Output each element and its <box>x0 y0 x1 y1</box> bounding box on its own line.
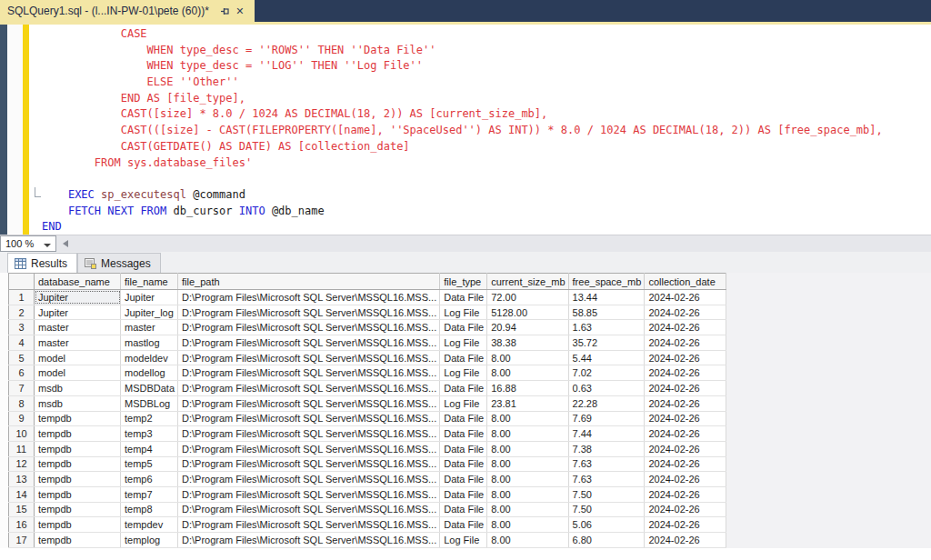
grid-cell[interactable]: modellog <box>121 365 178 381</box>
grid-cell[interactable]: D:\Program Files\Microsoft SQL Server\MS… <box>178 381 440 396</box>
grid-cell[interactable]: Data File <box>440 502 487 517</box>
grid-cell[interactable]: tempdev <box>121 517 178 533</box>
grid-cell[interactable]: 8.00 <box>487 472 568 487</box>
row-number-cell[interactable]: 16 <box>9 517 35 533</box>
grid-cell[interactable]: modeldev <box>121 350 178 365</box>
scroll-left-arrow-icon[interactable] <box>63 240 68 247</box>
row-number-cell[interactable]: 9 <box>9 411 35 426</box>
grid-cell[interactable]: tempdb <box>35 533 121 548</box>
grid-cell[interactable]: 7.02 <box>568 365 645 381</box>
grid-cell[interactable]: 2024-02-26 <box>645 305 726 320</box>
grid-cell[interactable]: 2024-02-26 <box>645 320 726 335</box>
grid-cell[interactable]: temp8 <box>121 502 178 517</box>
grid-cell[interactable]: D:\Program Files\Microsoft SQL Server\MS… <box>178 395 440 411</box>
grid-cell[interactable]: Log File <box>440 533 487 548</box>
grid-cell[interactable]: D:\Program Files\Microsoft SQL Server\MS… <box>178 517 440 533</box>
grid-cell[interactable]: 8.00 <box>487 517 568 533</box>
grid-cell[interactable]: 72.00 <box>487 290 568 305</box>
grid-cell[interactable]: D:\Program Files\Microsoft SQL Server\MS… <box>178 320 440 335</box>
grid-cell[interactable]: 8.00 <box>487 411 568 426</box>
grid-cell[interactable]: Log File <box>440 335 487 351</box>
grid-cell[interactable]: 5.44 <box>568 350 645 365</box>
grid-cell[interactable]: Data File <box>440 441 487 456</box>
grid-cell[interactable]: 8.00 <box>487 426 568 442</box>
grid-cell[interactable]: 2024-02-26 <box>645 486 726 502</box>
grid-cell[interactable]: tempdb <box>35 456 121 472</box>
grid-cell[interactable]: 5128.00 <box>487 305 568 320</box>
grid-cell[interactable]: Jupiter <box>35 305 121 320</box>
grid-cell[interactable]: tempdb <box>35 517 121 533</box>
tab-results[interactable]: Results <box>7 253 77 273</box>
grid-cell[interactable]: Jupiter <box>121 290 178 305</box>
grid-cell[interactable]: tempdb <box>35 441 121 456</box>
grid-cell[interactable]: 20.94 <box>487 320 568 335</box>
grid-cell[interactable]: temp7 <box>121 486 178 502</box>
grid-cell[interactable]: D:\Program Files\Microsoft SQL Server\MS… <box>178 350 440 365</box>
grid-cell[interactable]: Data File <box>440 426 487 442</box>
grid-cell[interactable]: 8.00 <box>487 486 568 502</box>
grid-cell[interactable]: 2024-02-26 <box>645 533 726 548</box>
row-number-cell[interactable]: 17 <box>9 533 35 548</box>
grid-cell[interactable]: Data File <box>440 456 487 472</box>
grid-cell[interactable]: master <box>121 320 178 335</box>
grid-cell[interactable]: 8.00 <box>487 441 568 456</box>
grid-cell[interactable]: 7.63 <box>568 472 645 487</box>
grid-cell[interactable]: master <box>35 320 121 335</box>
grid-cell[interactable]: templog <box>121 533 178 548</box>
grid-cell[interactable]: 7.69 <box>568 411 645 426</box>
grid-cell[interactable]: temp5 <box>121 456 178 472</box>
grid-cell[interactable]: 7.50 <box>568 502 645 517</box>
grid-cell[interactable]: 7.50 <box>568 486 645 502</box>
row-number-cell[interactable]: 8 <box>9 395 35 411</box>
column-header-database_name[interactable]: database_name <box>35 274 121 290</box>
grid-cell[interactable]: tempdb <box>35 502 121 517</box>
sql-editor[interactable]: CASE WHEN type_desc = ''ROWS'' THEN ''Da… <box>0 25 931 235</box>
column-header-file_path[interactable]: file_path <box>178 274 440 290</box>
column-header-file_type[interactable]: file_type <box>440 274 487 290</box>
row-number-cell[interactable]: 11 <box>9 441 35 456</box>
grid-cell[interactable]: tempdb <box>35 411 121 426</box>
horizontal-scrollbar[interactable] <box>56 235 931 252</box>
grid-cell[interactable]: msdb <box>35 395 121 411</box>
row-number-cell[interactable]: 15 <box>9 502 35 517</box>
row-number-cell[interactable]: 2 <box>9 305 35 320</box>
grid-cell[interactable]: Jupiter_log <box>121 305 178 320</box>
document-tab[interactable]: SQLQuery1.sql - (l...IN-PW-01\pete (60))… <box>0 0 255 22</box>
row-number-cell[interactable]: 14 <box>9 486 35 502</box>
grid-cell[interactable]: 2024-02-26 <box>645 456 726 472</box>
grid-cell[interactable]: 2024-02-26 <box>645 290 726 305</box>
grid-cell[interactable]: D:\Program Files\Microsoft SQL Server\MS… <box>178 472 440 487</box>
results-grid[interactable]: database_namefile_namefile_pathfile_type… <box>8 273 726 548</box>
grid-corner-cell[interactable] <box>9 274 35 290</box>
grid-cell[interactable]: Data File <box>440 320 487 335</box>
grid-cell[interactable]: D:\Program Files\Microsoft SQL Server\MS… <box>178 411 440 426</box>
column-header-file_name[interactable]: file_name <box>121 274 178 290</box>
grid-cell[interactable]: model <box>35 365 121 381</box>
grid-cell[interactable]: 2024-02-26 <box>645 411 726 426</box>
grid-cell[interactable]: 2024-02-26 <box>645 350 726 365</box>
grid-cell[interactable]: 2024-02-26 <box>645 426 726 442</box>
row-number-cell[interactable]: 5 <box>9 350 35 365</box>
grid-cell[interactable]: Data File <box>440 472 487 487</box>
grid-cell[interactable]: MSDBLog <box>121 395 178 411</box>
grid-cell[interactable]: 8.00 <box>487 365 568 381</box>
grid-cell[interactable]: D:\Program Files\Microsoft SQL Server\MS… <box>178 365 440 381</box>
grid-cell[interactable]: 7.63 <box>568 456 645 472</box>
row-number-cell[interactable]: 12 <box>9 456 35 472</box>
grid-cell[interactable]: 8.00 <box>487 456 568 472</box>
grid-cell[interactable]: model <box>35 350 121 365</box>
grid-cell[interactable]: 6.80 <box>568 533 645 548</box>
grid-cell[interactable]: D:\Program Files\Microsoft SQL Server\MS… <box>178 335 440 351</box>
grid-cell[interactable]: D:\Program Files\Microsoft SQL Server\MS… <box>178 290 440 305</box>
grid-cell[interactable]: master <box>35 335 121 351</box>
grid-cell[interactable]: 38.38 <box>487 335 568 351</box>
grid-cell[interactable]: tempdb <box>35 472 121 487</box>
column-header-free_space_mb[interactable]: free_space_mb <box>568 274 645 290</box>
grid-cell[interactable]: 16.88 <box>487 381 568 396</box>
grid-cell[interactable]: 2024-02-26 <box>645 395 726 411</box>
grid-cell[interactable]: 7.44 <box>568 426 645 442</box>
grid-cell[interactable]: mastlog <box>121 335 178 351</box>
close-icon[interactable]: ✕ <box>233 4 247 18</box>
grid-cell[interactable]: 2024-02-26 <box>645 381 726 396</box>
grid-cell[interactable]: temp3 <box>121 426 178 442</box>
